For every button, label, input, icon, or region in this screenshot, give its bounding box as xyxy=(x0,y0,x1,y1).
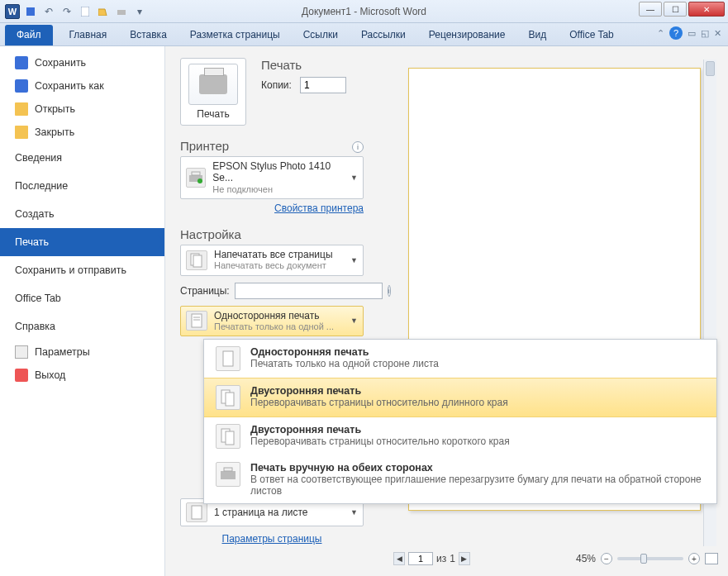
printer-selector[interactable]: EPSON Stylus Photo 1410 Se... Не подключ… xyxy=(180,156,364,199)
ribbon-tabs: Файл Главная Вставка Разметка страницы С… xyxy=(0,23,728,46)
pages-label: Страницы: xyxy=(180,285,230,297)
window-title: Документ1 - Microsoft Word xyxy=(302,6,426,17)
duplex-option-short-edge[interactable]: Двусторонняя печать Переворачивать стран… xyxy=(204,417,716,455)
close-button[interactable]: ✕ xyxy=(688,2,725,17)
sidebar-item-save[interactable]: Сохранить xyxy=(0,51,164,74)
sidebar-label: Сохранить и отправить xyxy=(15,264,126,276)
qat-open-icon[interactable] xyxy=(96,4,111,19)
print-button[interactable] xyxy=(188,64,238,105)
zoom-slider[interactable] xyxy=(617,557,683,560)
svg-rect-13 xyxy=(223,351,233,366)
tab-review[interactable]: Рецензирование xyxy=(417,25,517,45)
sidebar-label: Office Tab xyxy=(15,293,61,304)
printer-status: Не подключен xyxy=(212,184,344,195)
pages-info-icon[interactable]: i xyxy=(388,285,391,297)
pages-icon xyxy=(186,250,207,270)
svg-rect-1 xyxy=(81,7,89,17)
sidebar-item-share[interactable]: Сохранить и отправить xyxy=(0,256,164,284)
help-icon[interactable]: ? xyxy=(669,26,683,40)
ribbon-window-icon[interactable]: ◱ xyxy=(701,28,709,39)
sidebar-item-print[interactable]: Печать xyxy=(0,228,164,256)
save-as-icon xyxy=(15,79,28,93)
copies-input[interactable] xyxy=(300,77,346,93)
tab-insert[interactable]: Вставка xyxy=(118,25,178,45)
duplex-selector[interactable]: Односторонняя печать Печатать только на … xyxy=(180,306,364,337)
current-page-input[interactable] xyxy=(408,552,433,565)
simplex-icon xyxy=(186,311,207,331)
sidebar-label: Последние xyxy=(15,180,68,192)
sidebar-item-officetab[interactable]: Office Tab xyxy=(0,284,164,312)
printer-info-icon[interactable]: i xyxy=(352,141,364,153)
open-folder-icon xyxy=(15,102,28,116)
titlebar: W ↶ ↷ ▾ Документ1 - Microsoft Word — ☐ ✕ xyxy=(0,0,728,23)
tab-view[interactable]: Вид xyxy=(516,25,558,45)
duplex-option-simplex[interactable]: Односторонняя печать Печатать только на … xyxy=(204,340,716,378)
tab-office-tab[interactable]: Office Tab xyxy=(558,25,626,45)
sidebar-item-options[interactable]: Параметры xyxy=(0,340,164,364)
tab-mailings[interactable]: Рассылки xyxy=(350,25,417,45)
zoom-in-button[interactable]: + xyxy=(688,553,700,564)
chevron-down-icon: ▼ xyxy=(350,256,358,264)
zoom-out-button[interactable]: − xyxy=(601,553,612,564)
print-range-selector[interactable]: Напечатать все страницы Напечатать весь … xyxy=(180,245,364,276)
sidebar-item-recent[interactable]: Последние xyxy=(0,172,164,200)
svg-rect-15 xyxy=(226,393,234,406)
ribbon-close-icon[interactable]: ✕ xyxy=(714,28,721,39)
qat-quickprint-icon[interactable] xyxy=(114,4,129,19)
qat-redo-icon[interactable]: ↷ xyxy=(59,4,74,19)
duplex-title: Односторонняя печать xyxy=(214,310,334,321)
ribbon-restore-icon[interactable]: ▭ xyxy=(688,28,696,39)
option-title: Односторонняя печать xyxy=(250,346,705,358)
sidebar-item-close[interactable]: Закрыть xyxy=(0,121,164,144)
backstage-nav: Сохранить Сохранить как Открыть Закрыть … xyxy=(0,46,165,576)
sidebar-item-exit[interactable]: Выход xyxy=(0,364,164,387)
tab-references[interactable]: Ссылки xyxy=(292,25,350,45)
tab-layout[interactable]: Разметка страницы xyxy=(178,25,292,45)
sidebar-label: Сведения xyxy=(15,152,62,164)
page-sep: из xyxy=(436,553,446,564)
option-title: Печать вручную на обеих сторонах xyxy=(250,462,705,474)
zoom-controls: 45% − + xyxy=(576,553,718,564)
option-sub: Переворачивать страницы относительно дли… xyxy=(250,397,705,408)
duplex-long-icon xyxy=(216,385,240,410)
next-page-button[interactable]: ▶ xyxy=(459,552,470,565)
qat-undo-icon[interactable]: ↶ xyxy=(41,4,56,19)
printer-properties-link[interactable]: Свойства принтера xyxy=(274,202,364,214)
minimize-button[interactable]: — xyxy=(639,2,662,17)
sidebar-label: Справка xyxy=(15,321,55,332)
sidebar-item-open[interactable]: Открыть xyxy=(0,98,164,121)
zoom-slider-thumb[interactable] xyxy=(640,554,647,564)
option-sub: Переворачивать страницы относительно кор… xyxy=(250,436,705,447)
svg-rect-12 xyxy=(192,506,202,519)
pages-per-sheet-title: 1 страница на листе xyxy=(214,507,307,518)
printer-icon xyxy=(199,74,227,94)
print-range-title: Напечатать все страницы xyxy=(214,249,333,260)
prev-page-button[interactable]: ◀ xyxy=(393,552,405,565)
tab-file[interactable]: Файл xyxy=(5,25,53,45)
sidebar-item-info[interactable]: Сведения xyxy=(0,144,164,172)
print-button-label: Печать xyxy=(186,108,240,120)
duplex-option-manual[interactable]: Печать вручную на обеих сторонах В ответ… xyxy=(204,455,716,503)
tab-home[interactable]: Главная xyxy=(58,25,119,45)
pages-input[interactable] xyxy=(235,283,383,299)
sidebar-label: Открыть xyxy=(35,103,75,115)
duplex-option-long-edge[interactable]: Двусторонняя печать Переворачивать стран… xyxy=(204,378,716,417)
page-setup-link[interactable]: Параметры страницы xyxy=(222,533,322,545)
scrollbar-thumb[interactable] xyxy=(706,61,715,76)
qat-new-icon[interactable] xyxy=(78,4,93,19)
maximize-button[interactable]: ☐ xyxy=(664,2,687,17)
printer-heading: Принтер xyxy=(180,139,347,153)
zoom-fit-button[interactable] xyxy=(705,553,718,564)
copies-label: Копии: xyxy=(261,79,292,91)
sidebar-item-help[interactable]: Справка xyxy=(0,312,164,340)
duplex-short-icon xyxy=(216,424,240,449)
qat-save-icon[interactable] xyxy=(23,4,38,19)
sidebar-item-new[interactable]: Создать xyxy=(0,200,164,228)
simplex-icon xyxy=(216,346,240,371)
chevron-down-icon: ▼ xyxy=(350,508,358,516)
option-title: Двусторонняя печать xyxy=(250,385,705,397)
qat-dropdown-icon[interactable]: ▾ xyxy=(132,4,147,19)
ribbon-minimize-icon[interactable]: ⌃ xyxy=(657,28,664,39)
sidebar-item-saveas[interactable]: Сохранить как xyxy=(0,74,164,98)
svg-rect-8 xyxy=(193,255,202,267)
